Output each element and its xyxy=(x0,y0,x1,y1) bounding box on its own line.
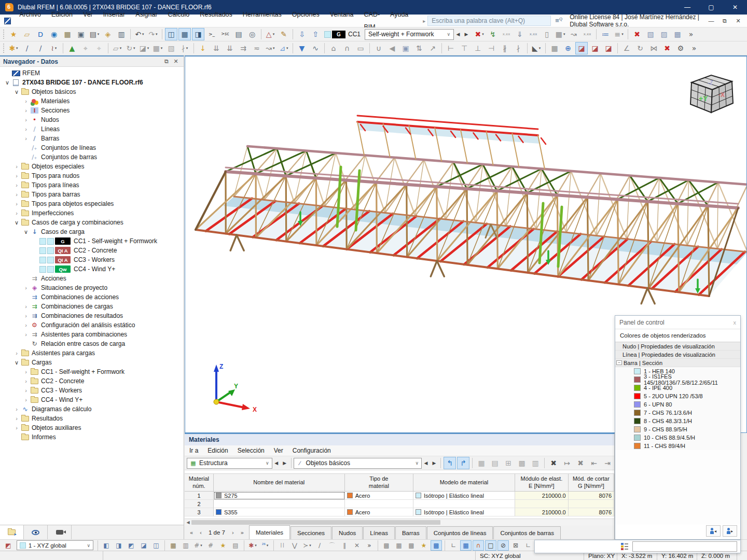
osnap-globe-icon[interactable]: ▩ xyxy=(406,540,417,551)
snap-perp-icon[interactable]: ≻▾ xyxy=(301,540,313,551)
isolate-selection-button[interactable]: ◂ xyxy=(706,525,721,537)
materials-menu-configuraci-n[interactable]: Configuración xyxy=(288,444,336,457)
pager-last-button[interactable]: » xyxy=(238,529,247,536)
import-export-icon[interactable]: ▦ xyxy=(61,28,74,40)
cp-section-row[interactable]: 7 - CHS 76.1/3.6/H xyxy=(615,409,740,417)
tree-item[interactable]: ›∕Líneas xyxy=(0,124,184,134)
target-snap-icon[interactable]: ⊕ xyxy=(562,42,574,54)
calculator-icon[interactable]: ≡▾ xyxy=(613,28,625,40)
filter-view-icon[interactable]: ▼ xyxy=(296,42,308,54)
overflow3-icon[interactable]: » xyxy=(364,540,375,551)
snap-lines-icon[interactable]: ∣∣ xyxy=(276,540,288,551)
loadcase-combo[interactable]: Self-weight + Formwork ∨ xyxy=(365,29,454,40)
tree-item[interactable]: ›Tipos para líneas xyxy=(0,180,184,190)
tree-item[interactable]: ›∕Barras xyxy=(0,134,184,143)
tree-expander-icon[interactable]: › xyxy=(22,313,30,319)
tree-expander-icon[interactable]: › xyxy=(22,126,30,132)
tree-expander-icon[interactable]: › xyxy=(22,285,30,291)
row-insert-icon[interactable]: ⊞ xyxy=(502,457,515,469)
scroll-left-icon[interactable]: ◀ xyxy=(185,520,191,525)
result-window-icon[interactable]: ⌂ xyxy=(327,42,340,54)
search-icon[interactable]: ≡Q xyxy=(555,17,562,24)
open-model-icon[interactable]: ▱ xyxy=(21,28,33,40)
maximize-button[interactable]: ▢ xyxy=(699,0,723,15)
table-cell[interactable]: Acero xyxy=(345,492,413,500)
guideline-icon[interactable]: ✱▾ xyxy=(247,540,258,551)
result-diagram-4-icon[interactable]: ⊣ xyxy=(485,42,497,54)
osnap-cursor-icon[interactable]: ▩ xyxy=(431,540,442,551)
tree-item[interactable]: GCC1 - Self-weight + Formwork xyxy=(0,236,184,246)
delete-icon[interactable]: ✖ xyxy=(661,42,673,54)
tree-item[interactable]: ∕₊Conjuntos de líneas xyxy=(0,143,184,152)
snap-line-icon[interactable]: ∕ xyxy=(314,540,325,551)
mdi-close-button[interactable]: ✕ xyxy=(731,15,745,26)
table-cell[interactable]: 210000.0 xyxy=(515,492,569,500)
table-cell[interactable]: 2 xyxy=(185,500,214,508)
tree-expander-icon[interactable]: › xyxy=(22,378,30,384)
tree-item[interactable]: ›Objetos auxiliares xyxy=(0,423,184,432)
grid-x-icon[interactable]: #▾ xyxy=(192,540,204,551)
grid-points-icon[interactable]: ▥ xyxy=(180,540,191,551)
table-tab-secciones[interactable]: Secciones xyxy=(290,526,331,539)
layers-combo[interactable] xyxy=(632,541,737,552)
save-icon[interactable]: ▣ xyxy=(75,28,87,40)
assign-action-icon[interactable]: ↯ xyxy=(487,28,499,40)
snap-x-icon[interactable]: ⊠ xyxy=(510,540,521,551)
search-input[interactable] xyxy=(427,16,551,26)
table-tab-barras[interactable]: Barras xyxy=(395,526,426,539)
col-right-icon[interactable]: ⇥ xyxy=(601,457,614,469)
new-model-icon[interactable]: ★ xyxy=(7,28,20,40)
table-cell[interactable] xyxy=(515,500,569,508)
navigator-close-icon[interactable]: ✕ xyxy=(171,58,181,65)
table-cell[interactable]: 1 xyxy=(185,492,214,500)
result-diagram-6-icon[interactable]: ∤ xyxy=(512,42,524,54)
mesh-icon[interactable]: ▦▾ xyxy=(151,42,164,54)
view-model-icon[interactable]: ◩ xyxy=(3,540,14,551)
tree-expander-icon[interactable]: › xyxy=(22,331,30,338)
minimize-button[interactable]: — xyxy=(675,0,699,15)
result-diagram-5-icon[interactable]: ∦ xyxy=(499,42,511,54)
workplane-xy-icon[interactable]: ◪ xyxy=(575,42,588,54)
table-cell[interactable]: Isótropo | Elástico lineal xyxy=(413,492,515,500)
angle-icon[interactable]: ∠ xyxy=(620,42,633,54)
table-cell[interactable]: Acero xyxy=(345,508,413,516)
rendered-colors-header[interactable]: Colores de objetos renderizados xyxy=(615,329,740,342)
loadcase-prev-button[interactable]: ◀ xyxy=(454,29,462,40)
cp-group-row[interactable]: Nudo | Propiedades de visualización xyxy=(615,342,740,351)
result-diagram-1-icon[interactable]: ⊢ xyxy=(445,42,457,54)
calc-diagram-icon[interactable]: ∿ xyxy=(309,42,322,54)
block-icon[interactable]: ▧ xyxy=(165,42,177,54)
pager-first-button[interactable]: « xyxy=(187,529,196,536)
tree-item[interactable]: ›Resultados xyxy=(0,414,184,423)
table-row[interactable]: 2 xyxy=(185,500,614,508)
grid-xx-icon[interactable]: # xyxy=(205,540,216,551)
zoom-clear-icon[interactable]: ✖ xyxy=(631,28,643,40)
table-cell[interactable]: 3 xyxy=(185,508,214,516)
nodal-load-value-icon[interactable]: ⇓ xyxy=(514,28,526,40)
tree-item[interactable]: ›⇉Combinaciones de cargas xyxy=(0,302,184,311)
mdi-minimize-button[interactable]: — xyxy=(704,15,718,26)
tree-item[interactable]: ∨Casos de carga y combinaciones xyxy=(0,218,184,227)
new-support-icon[interactable]: ▲ xyxy=(66,42,78,54)
tree-expander-icon[interactable]: › xyxy=(12,163,21,170)
grid-icon[interactable]: ▦ xyxy=(548,42,561,54)
tree-expander-icon[interactable]: › xyxy=(12,415,21,422)
table-cell[interactable] xyxy=(569,500,614,508)
tree-expander-icon[interactable]: ∨ xyxy=(22,229,30,235)
cp-section-row[interactable]: 9 - CHS 88.9/5/H xyxy=(615,425,740,433)
tree-item[interactable]: ›ISecciones xyxy=(0,106,184,115)
table-tab-materiales[interactable]: Materiales xyxy=(249,525,290,539)
delete-rows-icon[interactable]: ✖ xyxy=(547,457,560,469)
tree-expander-icon[interactable]: ∨ xyxy=(12,359,21,366)
workplane-4-icon[interactable]: ◪ xyxy=(138,540,149,551)
tables-toggle-icon[interactable]: ▦ xyxy=(178,28,191,40)
tree-expander-icon[interactable]: › xyxy=(22,98,30,104)
tree-item[interactable]: ›Materiales xyxy=(0,96,184,106)
navigation-cube[interactable]: +Y -X -Z xyxy=(684,70,738,118)
table-cell[interactable] xyxy=(413,500,515,508)
new-polyline-icon[interactable]: ≀▾ xyxy=(48,42,60,54)
row-settings-icon[interactable]: ▩ xyxy=(516,457,528,469)
cp-section-row[interactable]: 3 - IS1FES 145/180/136/7.5/8/12.2/65/11 xyxy=(615,375,740,384)
new-joint-icon[interactable]: ⌖ xyxy=(93,42,105,54)
table-cell[interactable]: S275 xyxy=(214,492,345,500)
